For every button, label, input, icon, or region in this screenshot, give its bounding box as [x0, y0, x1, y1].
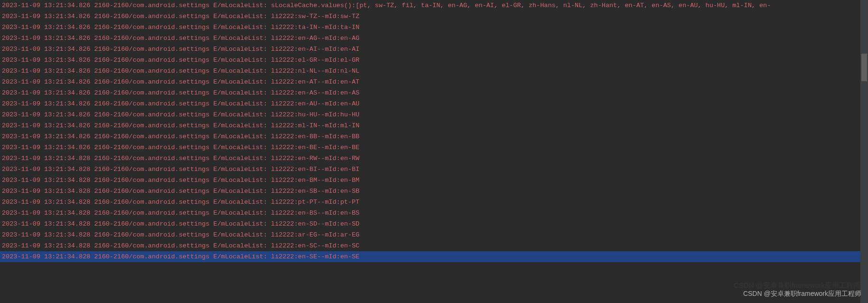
logcat-viewport[interactable]: 2023-11-09 13:21:34.826 2160-2160/com.an…: [0, 0, 868, 303]
log-line[interactable]: 2023-11-09 13:21:34.826 2160-2160/com.an…: [0, 33, 868, 44]
log-line[interactable]: 2023-11-09 13:21:34.828 2160-2160/com.an…: [0, 240, 868, 251]
log-line[interactable]: 2023-11-09 13:21:34.828 2160-2160/com.an…: [0, 208, 868, 218]
log-line[interactable]: 2023-11-09 13:21:34.826 2160-2160/com.an…: [0, 44, 868, 55]
log-line[interactable]: 2023-11-09 13:21:34.826 2160-2160/com.an…: [0, 66, 868, 76]
log-line[interactable]: 2023-11-09 13:21:34.826 2160-2160/com.an…: [0, 55, 868, 66]
log-line[interactable]: 2023-11-09 13:21:34.826 2160-2160/com.an…: [0, 87, 868, 98]
log-line[interactable]: 2023-11-09 13:21:34.828 2160-2160/com.an…: [0, 153, 868, 164]
log-line[interactable]: 2023-11-09 13:21:34.826 2160-2160/com.an…: [0, 98, 868, 109]
log-line[interactable]: 2023-11-09 13:21:34.826 2160-2160/com.an…: [0, 0, 868, 11]
log-line[interactable]: 2023-11-09 13:21:34.826 2160-2160/com.an…: [0, 131, 868, 142]
log-line[interactable]: 2023-11-09 13:21:34.826 2160-2160/com.an…: [0, 120, 868, 131]
log-line[interactable]: 2023-11-09 13:21:34.828 2160-2160/com.an…: [0, 175, 868, 186]
log-line[interactable]: 2023-11-09 13:21:34.828 2160-2160/com.an…: [0, 218, 868, 229]
log-line[interactable]: 2023-11-09 13:21:34.828 2160-2160/com.an…: [0, 186, 868, 197]
log-line[interactable]: 2023-11-09 13:21:34.828 2160-2160/com.an…: [0, 164, 868, 175]
logcat-output[interactable]: 2023-11-09 13:21:34.826 2160-2160/com.an…: [0, 0, 868, 262]
log-line[interactable]: 2023-11-09 13:21:34.826 2160-2160/com.an…: [0, 109, 868, 120]
log-line[interactable]: 2023-11-09 13:21:34.828 2160-2160/com.an…: [0, 229, 868, 240]
scrollbar-track[interactable]: [860, 0, 868, 303]
watermark-shadow: CSDN @安卓兼职framework应用工程师: [734, 280, 860, 291]
log-line[interactable]: 2023-11-09 13:21:34.828 2160-2160/com.an…: [0, 197, 868, 208]
scrollbar-thumb[interactable]: [861, 54, 867, 81]
watermark: CSDN @安卓兼职framework应用工程师: [743, 288, 861, 299]
log-line[interactable]: 2023-11-09 13:21:34.826 2160-2160/com.an…: [0, 22, 868, 33]
log-line[interactable]: 2023-11-09 13:21:34.826 2160-2160/com.an…: [0, 11, 868, 22]
log-line[interactable]: 2023-11-09 13:21:34.826 2160-2160/com.an…: [0, 76, 868, 87]
log-line[interactable]: 2023-11-09 13:21:34.828 2160-2160/com.an…: [0, 251, 868, 262]
log-line[interactable]: 2023-11-09 13:21:34.826 2160-2160/com.an…: [0, 142, 868, 153]
